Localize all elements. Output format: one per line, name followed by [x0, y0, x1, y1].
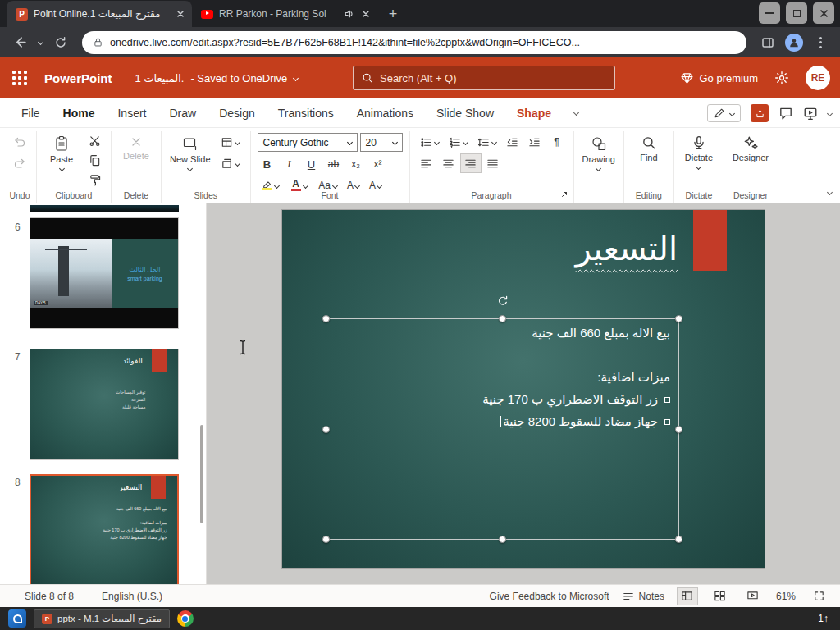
slide-title[interactable]: التسعير	[576, 230, 678, 267]
delete-button[interactable]: Delete	[118, 133, 154, 188]
thumbnail-slide-7[interactable]: الفوائد توفير المساحات السرعة مساحة قليل…	[30, 349, 179, 460]
feedback-link[interactable]: Give Feedback to Microsoft	[490, 591, 609, 602]
fit-to-window-button[interactable]	[809, 588, 829, 605]
text-line[interactable]: بيع الاله بمبلغ 660 الف جنية	[333, 322, 670, 344]
tab-file[interactable]: File	[10, 98, 52, 128]
text-line[interactable]	[333, 344, 670, 366]
settings-gear-icon[interactable]	[774, 71, 789, 85]
align-right-button[interactable]	[461, 154, 481, 172]
tab-audio-icon[interactable]	[344, 9, 354, 19]
tab-animations[interactable]: Animations	[345, 98, 425, 128]
tab-close-icon[interactable]	[174, 7, 187, 21]
reload-icon[interactable]	[49, 31, 72, 54]
language-status[interactable]: English (U.S.)	[102, 591, 162, 602]
side-panel-icon[interactable]	[756, 31, 779, 54]
tab-draw[interactable]: Draw	[158, 98, 208, 128]
new-slide-button[interactable]: New Slide	[168, 133, 212, 188]
taskbar-launcher-icon[interactable]	[8, 609, 26, 628]
tab-youtube[interactable]: RR Parkon - Parking Sol	[192, 1, 377, 27]
rotate-handle-icon[interactable]	[496, 294, 509, 308]
go-premium-button[interactable]: Go premium	[681, 72, 758, 84]
more-options-chevron-icon[interactable]	[827, 110, 833, 116]
font-name-select[interactable]: Century Gothic	[258, 133, 358, 152]
app-name[interactable]: PowerPoint	[44, 71, 112, 85]
resize-handle-se[interactable]	[675, 536, 682, 543]
notes-toggle[interactable]: Notes	[623, 591, 664, 602]
chrome-icon[interactable]	[177, 610, 194, 627]
redo-button[interactable]	[10, 154, 30, 172]
history-chevron-icon[interactable]	[34, 31, 46, 54]
increase-indent-button[interactable]	[525, 133, 545, 151]
copy-button[interactable]	[84, 153, 104, 169]
profile-avatar-icon[interactable]	[783, 31, 806, 54]
window-close-button[interactable]	[813, 2, 834, 24]
normal-view-button[interactable]	[678, 588, 697, 605]
dictate-button[interactable]: Dictate	[681, 133, 717, 188]
find-button[interactable]: Find	[631, 133, 667, 188]
taskbar-indicator[interactable]: 1↑	[818, 613, 832, 624]
present-icon[interactable]	[803, 106, 818, 121]
tab-design[interactable]: Design	[208, 98, 267, 128]
browser-menu-icon[interactable]	[809, 31, 832, 54]
tab-close-icon[interactable]	[359, 7, 372, 21]
window-minimize-button[interactable]	[759, 2, 780, 24]
address-bar[interactable]: onedrive.live.com/edit.aspx?resid=5E7B7F…	[82, 31, 746, 54]
comments-icon[interactable]	[778, 106, 793, 121]
reset-slide-button[interactable]	[217, 154, 244, 172]
tab-transitions[interactable]: Transitions	[267, 98, 345, 128]
selected-text-box[interactable]: بيع الاله بمبلغ 660 الف جنية ميزات اضافي…	[326, 318, 679, 540]
justify-button[interactable]	[483, 154, 503, 172]
thumbnail-slide-5-partial[interactable]	[30, 205, 179, 212]
tab-insert[interactable]: Insert	[106, 98, 158, 128]
resize-handle-e[interactable]	[675, 426, 682, 433]
collapse-ribbon-chevron-icon[interactable]	[828, 183, 832, 198]
align-center-button[interactable]	[439, 154, 459, 172]
slide-count-status[interactable]: Slide 8 of 8	[25, 591, 74, 602]
align-left-button[interactable]	[417, 154, 436, 172]
thumbnail-slide-6[interactable]: DAY 5 الحل الثالث smart parking	[30, 217, 179, 329]
search-input[interactable]	[380, 72, 606, 84]
tab-slide-show[interactable]: Slide Show	[425, 98, 505, 128]
bullets-button[interactable]	[417, 133, 443, 151]
text-line[interactable]: زر التوقف الاضطراري ب 170 جنية	[333, 388, 670, 410]
account-avatar[interactable]: RE	[806, 66, 830, 90]
slide-sorter-view-button[interactable]	[710, 588, 730, 605]
taskbar-window-button[interactable]: P pptx - M.1 مقترح المبيعات	[34, 609, 170, 628]
designer-button[interactable]: Designer	[731, 133, 770, 188]
ribbon-options-chevron-icon[interactable]	[563, 98, 590, 128]
document-name[interactable]: المبيعات 1. - Saved to OneDrive	[135, 72, 299, 84]
tab-shape-contextual[interactable]: Shape	[505, 98, 563, 128]
format-painter-button[interactable]	[84, 171, 104, 188]
window-maximize-button[interactable]	[786, 2, 807, 24]
font-size-select[interactable]: 20	[360, 133, 403, 152]
superscript-button[interactable]: x²	[368, 155, 388, 173]
text-box-content[interactable]: بيع الاله بمبلغ 660 الف جنية ميزات اضافي…	[333, 322, 670, 536]
paste-button[interactable]: Paste	[43, 133, 80, 188]
resize-handle-sw[interactable]	[322, 536, 330, 543]
resize-handle-ne[interactable]	[675, 315, 682, 322]
thumbnail-scrollbar[interactable]	[200, 425, 203, 523]
line-spacing-button[interactable]	[474, 133, 500, 151]
thumbnail-slide-8-selected[interactable]: التسعير بيع الاله بمبلغ 660 الف جنية ميز…	[30, 474, 179, 584]
app-launcher-icon[interactable]	[0, 57, 39, 98]
bold-button[interactable]: B	[258, 155, 277, 173]
slide-canvas[interactable]: التسعير بيع الاله بمبلغ 660 الف جنية ميز…	[282, 210, 765, 568]
italic-button[interactable]: I	[280, 155, 299, 173]
tab-home[interactable]: Home	[52, 98, 107, 128]
slideshow-view-button[interactable]	[743, 588, 763, 605]
zoom-level[interactable]: 61%	[776, 591, 796, 602]
drawing-button[interactable]: Drawing	[581, 133, 617, 188]
slide-layout-button[interactable]	[217, 133, 244, 151]
chevron-down-icon[interactable]	[293, 75, 299, 80]
text-direction-button[interactable]: ¶	[547, 133, 567, 151]
new-tab-button[interactable]: +	[382, 3, 404, 25]
share-button[interactable]	[751, 104, 769, 122]
slide-accent-rectangle[interactable]	[693, 210, 727, 271]
ink-pen-button[interactable]	[707, 104, 741, 122]
text-line[interactable]: جهاز مضاد للسقوط 8200 جنية	[333, 410, 670, 432]
tab-powerpoint-online[interactable]: P Point Online.1 مقترح المبيعات	[7, 1, 192, 27]
text-line[interactable]: ميزات اضافية:	[333, 366, 670, 388]
decrease-indent-button[interactable]	[503, 133, 523, 151]
cut-button[interactable]	[84, 133, 104, 149]
paragraph-dialog-launcher-icon[interactable]	[560, 190, 568, 199]
